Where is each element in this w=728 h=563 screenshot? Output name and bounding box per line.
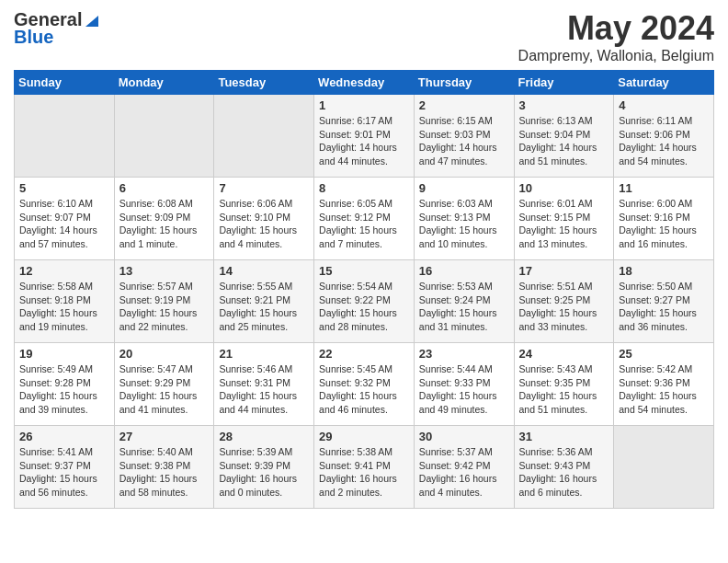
day-number: 2	[419, 98, 509, 112]
title-area: May 2024 Dampremy, Wallonia, Belgium	[518, 9, 714, 64]
calendar-week-row: 1Sunrise: 6:17 AM Sunset: 9:01 PM Daylig…	[15, 95, 714, 178]
day-number: 19	[19, 347, 109, 361]
calendar-body: 1Sunrise: 6:17 AM Sunset: 9:01 PM Daylig…	[15, 95, 714, 509]
day-number: 23	[419, 347, 509, 361]
cell-info: Sunrise: 5:42 AM Sunset: 9:36 PM Dayligh…	[619, 362, 709, 417]
cell-info: Sunrise: 6:10 AM Sunset: 9:07 PM Dayligh…	[19, 197, 109, 251]
calendar-cell: 6Sunrise: 6:08 AM Sunset: 9:09 PM Daylig…	[114, 178, 214, 260]
cell-info: Sunrise: 5:49 AM Sunset: 9:28 PM Dayligh…	[19, 362, 109, 417]
weekday-header-cell: Friday	[514, 71, 614, 95]
cell-info: Sunrise: 5:47 AM Sunset: 9:29 PM Dayligh…	[119, 362, 210, 417]
day-number: 14	[219, 264, 309, 278]
cell-info: Sunrise: 6:01 AM Sunset: 9:15 PM Dayligh…	[519, 197, 609, 251]
calendar-cell: 11Sunrise: 6:00 AM Sunset: 9:16 PM Dayli…	[614, 178, 714, 260]
cell-info: Sunrise: 5:43 AM Sunset: 9:35 PM Dayligh…	[519, 362, 609, 417]
day-number: 31	[519, 430, 609, 443]
day-number: 9	[419, 181, 509, 195]
calendar-cell: 18Sunrise: 5:50 AM Sunset: 9:27 PM Dayli…	[614, 260, 714, 343]
cell-info: Sunrise: 5:51 AM Sunset: 9:25 PM Dayligh…	[519, 280, 609, 334]
calendar-cell: 14Sunrise: 5:55 AM Sunset: 9:21 PM Dayli…	[214, 260, 314, 343]
cell-info: Sunrise: 6:08 AM Sunset: 9:09 PM Dayligh…	[119, 197, 210, 251]
calendar-cell: 1Sunrise: 6:17 AM Sunset: 9:01 PM Daylig…	[314, 95, 415, 178]
logo: General Blue	[14, 9, 100, 48]
calendar-cell: 17Sunrise: 5:51 AM Sunset: 9:25 PM Dayli…	[514, 260, 614, 343]
calendar-cell: 23Sunrise: 5:44 AM Sunset: 9:33 PM Dayli…	[414, 343, 514, 426]
day-number: 12	[19, 264, 109, 278]
calendar-cell: 20Sunrise: 5:47 AM Sunset: 9:29 PM Dayli…	[114, 343, 214, 426]
calendar-cell: 25Sunrise: 5:42 AM Sunset: 9:36 PM Dayli…	[614, 343, 714, 426]
cell-info: Sunrise: 5:39 AM Sunset: 9:39 PM Dayligh…	[219, 445, 309, 500]
month-title: May 2024	[518, 9, 714, 48]
day-number: 11	[619, 181, 709, 195]
calendar-cell: 29Sunrise: 5:38 AM Sunset: 9:41 PM Dayli…	[314, 426, 415, 509]
cell-info: Sunrise: 6:11 AM Sunset: 9:06 PM Dayligh…	[619, 114, 709, 168]
day-number: 28	[219, 430, 309, 443]
calendar-cell	[15, 95, 115, 178]
cell-info: Sunrise: 5:44 AM Sunset: 9:33 PM Dayligh…	[419, 362, 509, 417]
day-number: 30	[419, 430, 509, 443]
day-number: 8	[319, 181, 409, 195]
day-number: 24	[519, 347, 609, 361]
calendar-week-row: 12Sunrise: 5:58 AM Sunset: 9:18 PM Dayli…	[15, 260, 714, 343]
svg-marker-0	[85, 16, 98, 27]
weekday-header-cell: Sunday	[15, 71, 115, 95]
cell-info: Sunrise: 6:13 AM Sunset: 9:04 PM Dayligh…	[519, 114, 609, 168]
cell-info: Sunrise: 6:06 AM Sunset: 9:10 PM Dayligh…	[219, 197, 309, 251]
calendar-cell: 4Sunrise: 6:11 AM Sunset: 9:06 PM Daylig…	[614, 95, 714, 178]
calendar-cell: 22Sunrise: 5:45 AM Sunset: 9:32 PM Dayli…	[314, 343, 415, 426]
calendar-cell: 16Sunrise: 5:53 AM Sunset: 9:24 PM Dayli…	[414, 260, 514, 343]
day-number: 18	[619, 264, 709, 278]
cell-info: Sunrise: 6:05 AM Sunset: 9:12 PM Dayligh…	[319, 197, 409, 251]
day-number: 10	[519, 181, 609, 195]
day-number: 3	[519, 98, 609, 112]
calendar-cell: 5Sunrise: 6:10 AM Sunset: 9:07 PM Daylig…	[15, 178, 115, 260]
day-number: 5	[19, 181, 109, 195]
day-number: 29	[319, 430, 409, 443]
calendar-cell: 27Sunrise: 5:40 AM Sunset: 9:38 PM Dayli…	[114, 426, 214, 509]
weekday-header-row: SundayMondayTuesdayWednesdayThursdayFrid…	[15, 71, 714, 95]
cell-info: Sunrise: 5:46 AM Sunset: 9:31 PM Dayligh…	[219, 362, 309, 417]
weekday-header-cell: Monday	[114, 71, 214, 95]
weekday-header-cell: Tuesday	[214, 71, 314, 95]
calendar-cell: 13Sunrise: 5:57 AM Sunset: 9:19 PM Dayli…	[114, 260, 214, 343]
weekday-header-cell: Saturday	[614, 71, 714, 95]
calendar-table: SundayMondayTuesdayWednesdayThursdayFrid…	[14, 70, 714, 509]
cell-info: Sunrise: 6:03 AM Sunset: 9:13 PM Dayligh…	[419, 197, 509, 251]
calendar-cell: 21Sunrise: 5:46 AM Sunset: 9:31 PM Dayli…	[214, 343, 314, 426]
location-subtitle: Dampremy, Wallonia, Belgium	[518, 48, 714, 64]
calendar-cell: 10Sunrise: 6:01 AM Sunset: 9:15 PM Dayli…	[514, 178, 614, 260]
day-number: 17	[519, 264, 609, 278]
weekday-header-cell: Wednesday	[314, 71, 415, 95]
day-number: 13	[119, 264, 210, 278]
day-number: 16	[419, 264, 509, 278]
calendar-cell: 26Sunrise: 5:41 AM Sunset: 9:37 PM Dayli…	[15, 426, 115, 509]
cell-info: Sunrise: 5:55 AM Sunset: 9:21 PM Dayligh…	[219, 280, 309, 334]
calendar-week-row: 19Sunrise: 5:49 AM Sunset: 9:28 PM Dayli…	[15, 343, 714, 426]
cell-info: Sunrise: 5:57 AM Sunset: 9:19 PM Dayligh…	[119, 280, 210, 334]
calendar-cell: 2Sunrise: 6:15 AM Sunset: 9:03 PM Daylig…	[414, 95, 514, 178]
cell-info: Sunrise: 5:45 AM Sunset: 9:32 PM Dayligh…	[319, 362, 409, 417]
day-number: 20	[119, 347, 210, 361]
cell-info: Sunrise: 5:41 AM Sunset: 9:37 PM Dayligh…	[19, 445, 109, 500]
calendar-cell: 8Sunrise: 6:05 AM Sunset: 9:12 PM Daylig…	[314, 178, 415, 260]
cell-info: Sunrise: 5:38 AM Sunset: 9:41 PM Dayligh…	[319, 445, 409, 500]
header: General Blue May 2024 Dampremy, Wallonia…	[14, 9, 714, 64]
day-number: 21	[219, 347, 309, 361]
calendar-cell: 30Sunrise: 5:37 AM Sunset: 9:42 PM Dayli…	[414, 426, 514, 509]
day-number: 27	[119, 430, 210, 443]
calendar-cell: 31Sunrise: 5:36 AM Sunset: 9:43 PM Dayli…	[514, 426, 614, 509]
day-number: 15	[319, 264, 409, 278]
cell-info: Sunrise: 5:36 AM Sunset: 9:43 PM Dayligh…	[519, 445, 609, 500]
calendar-week-row: 26Sunrise: 5:41 AM Sunset: 9:37 PM Dayli…	[15, 426, 714, 509]
calendar-cell	[614, 426, 714, 509]
cell-info: Sunrise: 5:58 AM Sunset: 9:18 PM Dayligh…	[19, 280, 109, 334]
day-number: 1	[319, 98, 409, 112]
calendar-cell: 19Sunrise: 5:49 AM Sunset: 9:28 PM Dayli…	[15, 343, 115, 426]
cell-info: Sunrise: 5:50 AM Sunset: 9:27 PM Dayligh…	[619, 280, 709, 334]
day-number: 6	[119, 181, 210, 195]
calendar-cell: 9Sunrise: 6:03 AM Sunset: 9:13 PM Daylig…	[414, 178, 514, 260]
calendar-cell: 15Sunrise: 5:54 AM Sunset: 9:22 PM Dayli…	[314, 260, 415, 343]
logo-arrow-icon	[84, 12, 100, 29]
cell-info: Sunrise: 5:37 AM Sunset: 9:42 PM Dayligh…	[419, 445, 509, 500]
cell-info: Sunrise: 6:15 AM Sunset: 9:03 PM Dayligh…	[419, 114, 509, 168]
